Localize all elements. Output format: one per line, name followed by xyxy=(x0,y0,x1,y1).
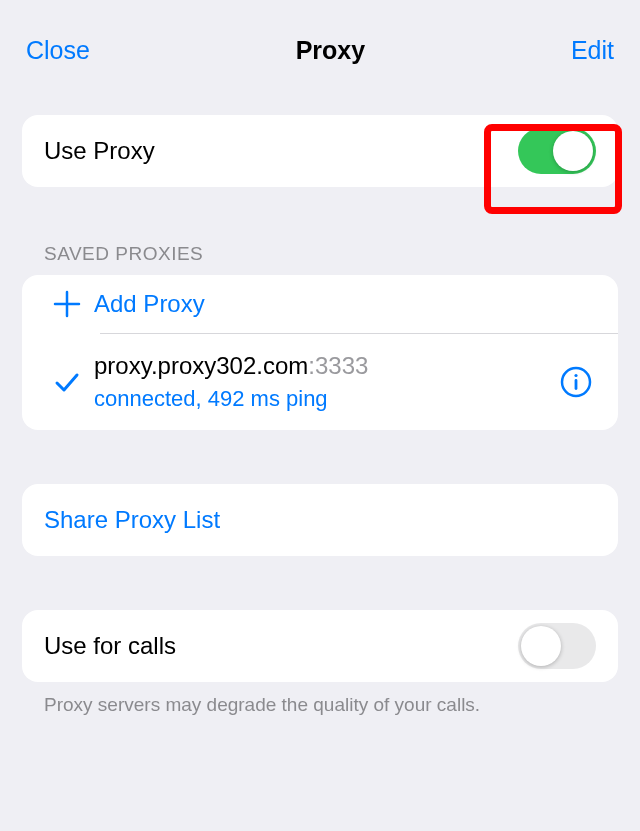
proxy-port: :3333 xyxy=(308,352,368,379)
share-proxy-group: Share Proxy List xyxy=(22,484,618,556)
use-proxy-label: Use Proxy xyxy=(44,137,518,165)
navbar: Close Proxy Edit xyxy=(0,10,640,85)
use-for-calls-label: Use for calls xyxy=(44,632,518,660)
proxy-host: proxy.proxy302.com xyxy=(94,352,308,379)
add-proxy-label: Add Proxy xyxy=(94,290,600,318)
use-for-calls-toggle[interactable] xyxy=(518,623,596,669)
proxy-entry-row[interactable]: proxy.proxy302.com:3333 connected, 492 m… xyxy=(22,334,618,430)
plus-icon xyxy=(40,289,94,319)
share-proxy-label: Share Proxy List xyxy=(44,506,220,534)
close-button[interactable]: Close xyxy=(26,38,90,63)
saved-proxies-group: Add Proxy proxy.proxy302.com:3333 connec… xyxy=(22,275,618,430)
svg-rect-4 xyxy=(575,379,578,390)
proxy-entry-main: proxy.proxy302.com:3333 connected, 492 m… xyxy=(94,352,552,412)
proxy-host-line: proxy.proxy302.com:3333 xyxy=(94,352,552,380)
share-proxy-list-button[interactable]: Share Proxy List xyxy=(22,484,618,556)
edit-button[interactable]: Edit xyxy=(571,38,614,63)
saved-proxies-header: SAVED PROXIES xyxy=(44,243,618,265)
use-for-calls-cell: Use for calls xyxy=(22,610,618,682)
add-proxy-row[interactable]: Add Proxy xyxy=(22,275,618,333)
page-title: Proxy xyxy=(296,36,365,65)
svg-point-3 xyxy=(574,374,577,377)
toggle-knob xyxy=(521,626,561,666)
info-icon[interactable] xyxy=(552,366,600,398)
checkmark-icon xyxy=(40,368,94,396)
use-for-calls-group: Use for calls xyxy=(22,610,618,682)
calls-footer-note: Proxy servers may degrade the quality of… xyxy=(44,694,618,716)
proxy-status: connected, 492 ms ping xyxy=(94,386,552,412)
highlight-annotation xyxy=(484,124,622,214)
